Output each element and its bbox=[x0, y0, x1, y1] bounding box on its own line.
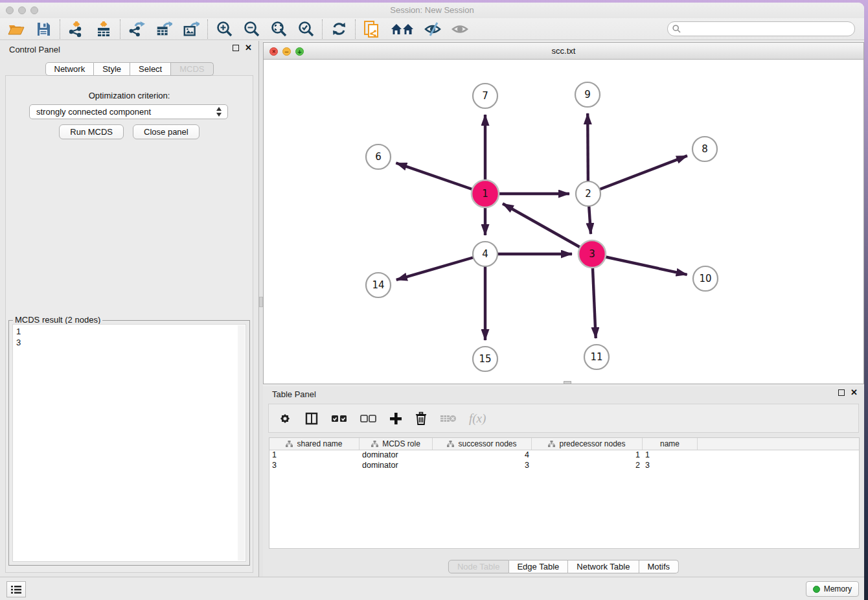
tab-select[interactable]: Select bbox=[130, 62, 171, 76]
delete-table-button[interactable] bbox=[440, 413, 457, 424]
export-table-button[interactable] bbox=[155, 21, 172, 38]
table-settings-button[interactable] bbox=[278, 411, 292, 426]
refresh-icon bbox=[331, 21, 347, 37]
hide-all-columns-button[interactable] bbox=[360, 414, 377, 423]
tab-edge-table[interactable]: Edge Table bbox=[508, 560, 568, 573]
graph-node-label-14: 14 bbox=[372, 279, 384, 291]
search-input[interactable] bbox=[683, 25, 850, 34]
function-builder-button[interactable]: f(x) bbox=[469, 411, 486, 426]
main-titlebar: Session: New Session bbox=[0, 3, 864, 18]
control-panel-tabs: Network Style Select MCDS bbox=[45, 62, 213, 76]
split-panel-button[interactable] bbox=[304, 411, 319, 426]
mcds-result-title: MCDS result (2 nodes) bbox=[13, 315, 102, 325]
eye-icon bbox=[451, 21, 468, 37]
network-minimize-button[interactable] bbox=[282, 47, 291, 56]
cell-successor-nodes[interactable]: 4 bbox=[433, 450, 532, 461]
home-button[interactable] bbox=[391, 21, 414, 38]
refresh-button[interactable] bbox=[330, 21, 347, 38]
run-mcds-button[interactable]: Run MCDS bbox=[59, 124, 124, 139]
network-window-title: scc.txt bbox=[264, 43, 863, 60]
column-header-shared-name[interactable]: shared name bbox=[269, 438, 360, 450]
table-panel-header: Table Panel bbox=[263, 386, 864, 403]
show-panel-button[interactable] bbox=[451, 21, 468, 38]
zoom-fit-icon bbox=[271, 21, 287, 37]
result-line: 3 bbox=[16, 337, 242, 348]
zoom-fit-button[interactable] bbox=[270, 21, 287, 38]
eye-slash-icon bbox=[424, 21, 441, 37]
zoom-in-icon bbox=[216, 21, 233, 37]
tab-network-table[interactable]: Network Table bbox=[568, 560, 639, 573]
graph-edge-4-14[interactable] bbox=[396, 254, 485, 280]
workspace: Control Panel Network Style Select MCDS … bbox=[0, 41, 864, 577]
tab-style[interactable]: Style bbox=[94, 62, 130, 76]
graph-node-label-4: 4 bbox=[482, 248, 488, 260]
minimize-window-button[interactable] bbox=[18, 6, 26, 14]
frame-resize-handle[interactable] bbox=[564, 381, 571, 384]
delete-column-button[interactable] bbox=[415, 411, 428, 426]
hide-panels-button[interactable] bbox=[424, 21, 441, 38]
open-session-button[interactable] bbox=[8, 21, 25, 38]
column-header-name[interactable]: name bbox=[643, 438, 698, 450]
import-network-button[interactable] bbox=[68, 21, 85, 38]
export-table-icon bbox=[155, 21, 172, 38]
export-network-button[interactable] bbox=[128, 21, 145, 38]
table-panel-title: Table Panel bbox=[272, 389, 316, 399]
table-row[interactable]: 1 dominator 4 1 1 bbox=[269, 450, 859, 461]
cell-name[interactable]: 1 bbox=[643, 450, 698, 461]
cell-predecessor-nodes[interactable]: 1 bbox=[532, 450, 643, 461]
tab-motifs[interactable]: Motifs bbox=[639, 560, 679, 573]
cell-mcds-role[interactable]: dominator bbox=[360, 450, 433, 461]
column-header-predecessor-nodes[interactable]: predecessor nodes bbox=[532, 438, 643, 450]
network-close-button[interactable] bbox=[269, 47, 278, 56]
import-table-button[interactable] bbox=[95, 21, 112, 38]
cell-predecessor-nodes[interactable]: 2 bbox=[532, 461, 643, 471]
zoom-selected-button[interactable] bbox=[297, 21, 314, 38]
clone-network-button[interactable] bbox=[363, 21, 380, 38]
select-stepper-icon bbox=[215, 107, 223, 117]
float-panel-icon[interactable] bbox=[838, 389, 845, 396]
list-icon bbox=[11, 585, 21, 594]
tree-icon bbox=[447, 441, 454, 447]
table-row[interactable]: 3 dominator 3 2 3 bbox=[269, 461, 859, 471]
graph-node-label-9: 9 bbox=[584, 89, 591, 100]
save-icon bbox=[36, 21, 51, 37]
zoom-out-icon bbox=[244, 21, 260, 37]
criterion-select[interactable]: strongly connected component bbox=[29, 104, 228, 119]
close-panel-button[interactable]: Close panel bbox=[133, 124, 200, 139]
tab-node-table[interactable]: Node Table bbox=[448, 560, 509, 573]
mcds-result-text[interactable]: 1 3 bbox=[12, 324, 246, 562]
criterion-value: strongly connected component bbox=[36, 107, 151, 117]
graph-node-label-8: 8 bbox=[702, 143, 708, 155]
zoom-window-button[interactable] bbox=[30, 6, 38, 14]
split-panel-icon bbox=[304, 411, 319, 426]
cell-successor-nodes[interactable]: 3 bbox=[433, 461, 532, 471]
close-window-button[interactable] bbox=[6, 6, 14, 14]
zoom-out-button[interactable] bbox=[243, 21, 260, 38]
column-header-successor-nodes[interactable]: successor nodes bbox=[433, 438, 532, 450]
result-scrollbar[interactable] bbox=[238, 325, 245, 560]
close-panel-icon[interactable] bbox=[245, 45, 252, 51]
graph-node-label-11: 11 bbox=[590, 351, 602, 363]
cell-shared-name[interactable]: 3 bbox=[269, 461, 360, 471]
network-canvas[interactable]: 7968124314101511 bbox=[264, 60, 863, 384]
graph-edge-3-10[interactable] bbox=[592, 254, 687, 275]
task-history-button[interactable] bbox=[6, 581, 26, 597]
show-all-columns-button[interactable] bbox=[331, 414, 348, 423]
cell-name[interactable]: 3 bbox=[643, 461, 698, 471]
memory-button[interactable]: Memory bbox=[806, 581, 859, 597]
graph-edge-3-1[interactable] bbox=[503, 203, 592, 254]
save-session-button[interactable] bbox=[35, 21, 52, 38]
cell-shared-name[interactable]: 1 bbox=[269, 450, 360, 461]
column-header-mcds-role[interactable]: MCDS role bbox=[360, 438, 433, 450]
cell-mcds-role[interactable]: dominator bbox=[360, 461, 433, 471]
tab-network[interactable]: Network bbox=[45, 62, 94, 76]
float-panel-icon[interactable] bbox=[233, 45, 239, 51]
trash-icon bbox=[415, 411, 428, 426]
tab-mcds[interactable]: MCDS bbox=[171, 62, 213, 76]
create-column-button[interactable] bbox=[389, 412, 402, 425]
graph-edge-2-8[interactable] bbox=[588, 156, 687, 194]
export-image-button[interactable] bbox=[183, 21, 200, 38]
zoom-in-button[interactable] bbox=[216, 21, 233, 38]
network-zoom-button[interactable] bbox=[295, 47, 304, 56]
close-panel-icon[interactable] bbox=[851, 389, 858, 396]
